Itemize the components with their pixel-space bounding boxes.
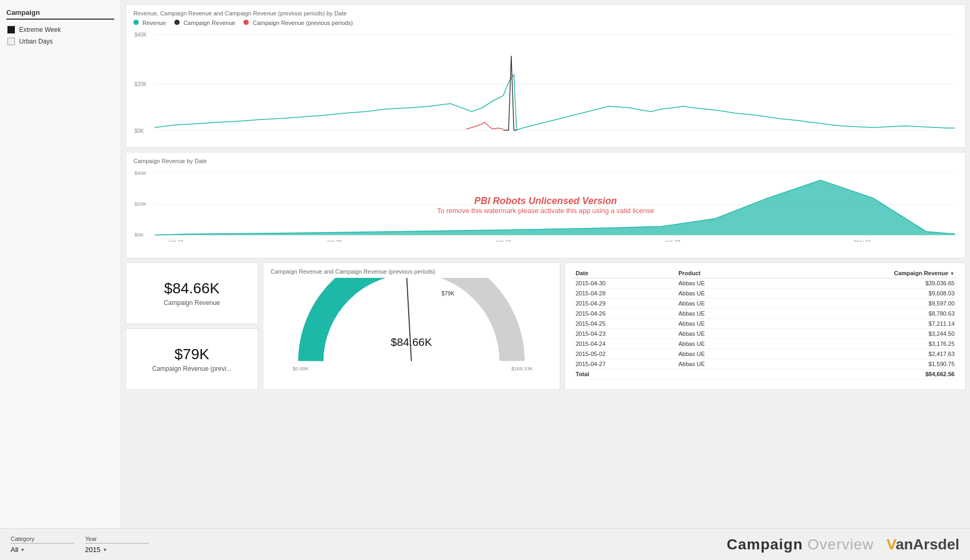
filter-year-value: 2015 (85, 546, 100, 554)
filter-year-label: Year (85, 536, 149, 544)
y-label-40k: $40K (134, 32, 147, 38)
col-revenue[interactable]: Campaign Revenue ▼ (768, 268, 958, 278)
top-chart-panel: Revenue, Campaign Revenue and Campaign R… (125, 4, 966, 148)
cell-revenue: $3,244.50 (768, 329, 958, 339)
cell-date: 2015-04-30 (572, 278, 675, 289)
brand-overview-word: Overview (807, 536, 874, 553)
extreme-week-legend-box (7, 26, 15, 33)
legend-campaign-revenue: Campaign Revenue (174, 20, 235, 26)
cell-date: 2015-04-26 (572, 309, 675, 319)
cell-product: Abbas UE (675, 278, 767, 289)
kpi-value-revenue-prev: $79K (174, 346, 209, 363)
table-row: 2015-04-29 Abbas UE $9,597.00 (572, 299, 958, 309)
brand-campaign-word: Campaign (727, 536, 803, 553)
table-panel: Date Product Campaign Revenue ▼ 2015-04-… (564, 262, 966, 390)
col-date: Date (572, 268, 675, 278)
footer: Category All ▾ Year 2015 ▾ Campaign Over… (0, 528, 970, 560)
table-row: 2015-04-24 Abbas UE $3,176.25 (572, 339, 958, 349)
filter-year-select[interactable]: 2015 ▾ (85, 546, 149, 554)
kpi-label-revenue: Campaign Revenue (164, 299, 220, 307)
svg-text:$169.33K: $169.33K (511, 366, 533, 371)
campaign-revenue-prev-line (466, 122, 503, 129)
footer-brand: Campaign Overview VanArsdel (727, 536, 959, 553)
svg-line-14 (407, 278, 411, 361)
bottom-row: $84.66K Campaign Revenue $79K Campaign R… (125, 262, 966, 390)
sort-arrow: ▼ (950, 271, 955, 276)
sidebar-title: Campaign (6, 9, 114, 20)
campaign-revenue-prev-dot (243, 20, 249, 25)
cell-product: Abbas UE (675, 339, 767, 349)
table-row: 2015-05-02 Abbas UE $2,417.63 (572, 349, 958, 359)
cell-date: 2015-05-02 (572, 349, 675, 359)
col-product: Product (675, 268, 767, 278)
top-chart-legend: Revenue Campaign Revenue Campaign Revenu… (133, 20, 958, 26)
data-table: Date Product Campaign Revenue ▼ 2015-04-… (572, 268, 958, 379)
sidebar: Campaign Extreme Week Urban Days (0, 0, 121, 528)
filter-category-select[interactable]: All ▾ (11, 546, 74, 554)
gauge-center-value: $84.66K (391, 336, 432, 348)
table-row: 2015-04-27 Abbas UE $1,590.75 (572, 359, 958, 369)
brand-campaign-overview: Campaign Overview (727, 536, 874, 553)
table-row: 2015-04-25 Abbas UE $7,211.14 (572, 319, 958, 329)
filter-category-value: All (11, 546, 18, 554)
sidebar-item-urban-days[interactable]: Urban Days (6, 36, 114, 47)
cell-date: 2015-04-28 (572, 289, 675, 299)
cell-revenue: $8,780.63 (768, 309, 958, 319)
urban-days-legend-box (7, 38, 15, 45)
mid-area (155, 180, 955, 235)
revenue-line (155, 74, 955, 130)
legend-revenue: Revenue (133, 20, 166, 26)
cell-date: 2015-04-27 (572, 359, 675, 369)
cell-product: Abbas UE (675, 289, 767, 299)
table-row: 2015-04-26 Abbas UE $8,780.63 (572, 309, 958, 319)
table-row: 2015-04-23 Abbas UE $3,244.50 (572, 329, 958, 339)
cell-date: 2015-04-29 (572, 299, 675, 309)
vanarsdel-v-icon: V (887, 536, 896, 553)
cell-revenue: $9,608.03 (768, 289, 958, 299)
cell-date: 2015-04-23 (572, 329, 675, 339)
top-chart-svg: $40K $20K $0K Mar 2015 May 2015 Jul 2015… (133, 29, 958, 135)
cell-revenue: $7,211.14 (768, 319, 958, 329)
kpi-column: $84.66K Campaign Revenue $79K Campaign R… (125, 262, 258, 390)
filter-category-label: Category (11, 536, 74, 544)
vanarsdel-text: anArsdel (896, 536, 959, 553)
y-label-0k: $0K (134, 128, 144, 134)
filter-category: Category All ▾ (11, 536, 74, 554)
cell-product: Abbas UE (675, 349, 767, 359)
svg-text:Apr 23: Apr 23 (168, 239, 184, 242)
filter-year: Year 2015 ▾ (85, 536, 149, 554)
cell-revenue: $39,036.65 (768, 278, 958, 289)
filter-category-chevron: ▾ (21, 547, 24, 553)
svg-text:Apr 25: Apr 25 (326, 239, 342, 242)
total-value: $84,662.56 (768, 369, 958, 379)
mid-chart-svg: $40K $20K $0K Apr 23 Apr 25 Apr 27 Apr 2… (133, 167, 958, 242)
cell-product: Abbas UE (675, 299, 767, 309)
urban-days-label: Urban Days (19, 38, 53, 45)
brand-vanarsdel: VanArsdel (887, 536, 959, 553)
cell-revenue: $1,590.75 (768, 359, 958, 369)
cell-revenue: $9,597.00 (768, 299, 958, 309)
kpi-label-revenue-prev: Campaign Revenue (previ... (152, 365, 231, 372)
charts-area: Revenue, Campaign Revenue and Campaign R… (121, 0, 970, 528)
campaign-revenue-dot (174, 20, 180, 25)
cell-product: Abbas UE (675, 309, 767, 319)
gauge-panel: Campaign Revenue and Campaign Revenue (p… (263, 262, 560, 390)
filter-year-chevron: ▾ (104, 547, 106, 553)
extreme-week-label: Extreme Week (19, 26, 61, 33)
svg-text:$40K: $40K (134, 170, 147, 176)
svg-text:$0K: $0K (134, 232, 144, 237)
svg-text:$79K: $79K (442, 291, 454, 296)
svg-text:Apr 29: Apr 29 (664, 239, 680, 242)
revenue-dot (133, 20, 139, 25)
cell-revenue: $2,417.63 (768, 349, 958, 359)
sidebar-item-extreme-week[interactable]: Extreme Week (6, 24, 114, 36)
mid-chart-panel: Campaign Revenue by Date $40K $20K $0K A… (125, 152, 966, 258)
kpi-card-campaign-revenue-prev: $79K Campaign Revenue (previ... (125, 328, 258, 390)
svg-text:May 01: May 01 (854, 239, 872, 242)
cell-date: 2015-04-25 (572, 319, 675, 329)
svg-text:$0.00K: $0.00K (293, 366, 309, 371)
total-label: Total (572, 369, 768, 379)
gauge-title: Campaign Revenue and Campaign Revenue (p… (271, 268, 552, 275)
gauge-svg: $84.66K $0.00K $169.33K $79K (271, 278, 552, 379)
mid-chart-title: Campaign Revenue by Date (133, 158, 958, 164)
